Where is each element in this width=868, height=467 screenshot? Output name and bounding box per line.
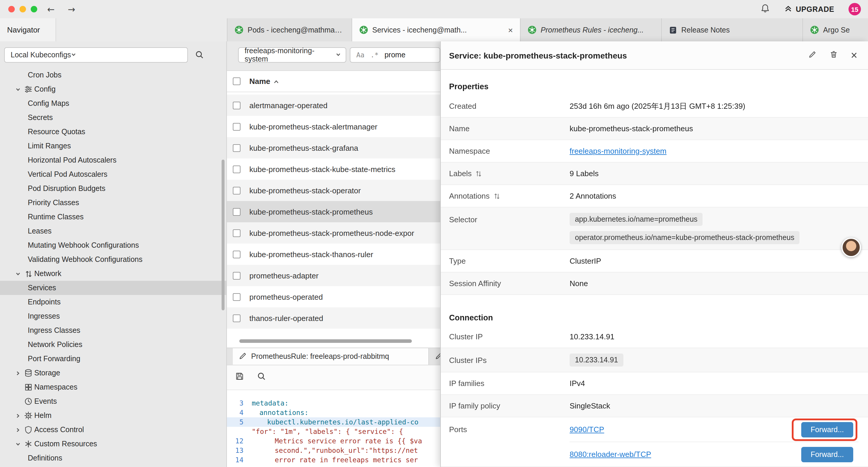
detail-row-session-affinity: Session AffinityNone: [441, 272, 868, 295]
horizontal-scrollbar-thumb[interactable]: [239, 339, 412, 343]
editor-tab-release-notes[interactable]: Release Notes: [662, 18, 803, 41]
sidebar-item-ingresses[interactable]: Ingresses: [0, 309, 227, 323]
table-row-kube-prometheus-stack-kube-state-metrics[interactable]: kube-prometheus-stack-kube-state-metrics: [227, 158, 440, 180]
row-checkbox[interactable]: [233, 293, 241, 300]
editor-search-icon[interactable]: [257, 372, 266, 383]
table-row-kube-prometheus-stack-prometheus-node-expor[interactable]: kube-prometheus-stack-prometheus-node-ex…: [227, 222, 440, 243]
port-link[interactable]: 9090/TCP: [569, 425, 604, 434]
sidebar-item-storage[interactable]: Storage: [0, 366, 227, 380]
sidebar-item-definitions[interactable]: Definitions: [0, 451, 227, 465]
sidebar-item-services[interactable]: Services: [0, 281, 227, 295]
chevron-right-icon[interactable]: [13, 370, 23, 376]
sidebar-item-namespaces[interactable]: Namespaces: [0, 380, 227, 394]
dock-tab-prometheusrule[interactable]: PrometheusRule: freeleaps-prod-rabbitmq: [233, 348, 429, 365]
row-checkbox[interactable]: [233, 229, 241, 237]
select-all-checkbox[interactable]: [233, 78, 241, 85]
sidebar-search-icon[interactable]: [195, 50, 204, 61]
sidebar-item-network-policies[interactable]: Network Policies: [0, 338, 227, 352]
close-drawer-button[interactable]: ×: [851, 50, 857, 61]
sidebar-item-endpoints[interactable]: Endpoints: [0, 295, 227, 309]
chevron-right-icon[interactable]: [13, 413, 23, 418]
dock-tab-partial[interactable]: [429, 348, 440, 365]
sidebar-item-events[interactable]: Events: [0, 394, 227, 408]
editor-tab-pods-icecheng-mathmas[interactable]: Pods - icecheng@mathmas...: [227, 18, 352, 41]
editor-tab-argo-se[interactable]: Argo Se: [803, 18, 868, 41]
assistant-avatar[interactable]: [841, 238, 861, 257]
regex-toggle[interactable]: .*: [370, 51, 379, 59]
upgrade-button[interactable]: UPGRADE: [784, 4, 834, 14]
horizontal-scrollbar[interactable]: [227, 339, 440, 344]
sidebar-item-helm[interactable]: Helm: [0, 408, 227, 423]
zoom-window-button[interactable]: [31, 6, 37, 12]
sidebar-item-cron-jobs[interactable]: Cron Jobs: [0, 68, 227, 82]
sidebar-item-mutating-webhook-configurations[interactable]: Mutating Webhook Configurations: [0, 238, 227, 253]
sidebar-item-custom-resources[interactable]: Custom Resources: [0, 437, 227, 451]
notification-count-badge[interactable]: 15: [848, 3, 861, 16]
row-checkbox[interactable]: [233, 314, 241, 322]
sidebar-item-access-control[interactable]: Access Control: [0, 423, 227, 437]
row-checkbox[interactable]: [233, 101, 241, 109]
notifications-bell-icon[interactable]: [760, 3, 770, 15]
sidebar-scrollbar[interactable]: [222, 159, 224, 310]
chevron-down-icon[interactable]: [13, 87, 23, 92]
sidebar-item-pod-disruption-budgets[interactable]: Pod Disruption Budgets: [0, 181, 227, 196]
namespace-selector[interactable]: freeleaps-monitoring-system: [238, 47, 346, 63]
row-checkbox[interactable]: [233, 250, 241, 258]
delete-button[interactable]: [830, 50, 838, 61]
row-checkbox[interactable]: [233, 208, 241, 215]
table-row-kube-prometheus-stack-grafana[interactable]: kube-prometheus-stack-grafana: [227, 137, 440, 158]
sidebar-item-ingress-classes[interactable]: Ingress Classes: [0, 323, 227, 338]
editor-tab-prometheus-rules-icecheng[interactable]: Prometheus Rules - icecheng...: [521, 18, 662, 41]
name-column-header[interactable]: Name: [249, 77, 279, 86]
sidebar-item-limit-ranges[interactable]: Limit Ranges: [0, 139, 227, 153]
sort-icon[interactable]: [494, 193, 500, 200]
row-checkbox[interactable]: [233, 144, 241, 152]
chevron-down-icon[interactable]: [13, 441, 23, 447]
kubeconfig-selector[interactable]: Local Kubeconfigs: [4, 47, 188, 63]
port-link[interactable]: 8080:reloader-web/TCP: [569, 450, 651, 459]
table-row-kube-prometheus-stack-alertmanager[interactable]: kube-prometheus-stack-alertmanager: [227, 116, 440, 137]
row-checkbox[interactable]: [233, 123, 241, 130]
table-row-thanos-ruler-operated[interactable]: thanos-ruler-operated: [227, 308, 440, 329]
save-icon[interactable]: [235, 372, 244, 383]
chevron-down-icon[interactable]: [13, 271, 23, 276]
row-checkbox[interactable]: [233, 165, 241, 173]
table-row-kube-prometheus-stack-operator[interactable]: kube-prometheus-stack-operator: [227, 180, 440, 201]
row-checkbox[interactable]: [233, 272, 241, 279]
sidebar-item-leases[interactable]: Leases: [0, 224, 227, 238]
sidebar-item-label: Access Control: [34, 426, 84, 434]
sidebar-item-priority-classes[interactable]: Priority Classes: [0, 196, 227, 210]
table-search-input[interactable]: Aa .* prome: [350, 47, 440, 63]
sort-icon[interactable]: [476, 170, 482, 177]
yaml-editor[interactable]: 3metadata:4annotations:5kubectl.kubernet…: [227, 399, 440, 465]
back-button[interactable]: ←: [47, 4, 55, 14]
chevron-right-icon[interactable]: [13, 427, 23, 432]
namespace-link[interactable]: freeleaps-monitoring-system: [569, 147, 666, 155]
table-row-prometheus-operated[interactable]: prometheus-operated: [227, 286, 440, 308]
table-row-prometheus-adapter[interactable]: prometheus-adapter: [227, 265, 440, 286]
sidebar-item-network[interactable]: Network: [0, 267, 227, 281]
minimize-window-button[interactable]: [20, 6, 26, 12]
sidebar-item-validating-webhook-configurations[interactable]: Validating Webhook Configurations: [0, 253, 227, 267]
table-row-kube-prometheus-stack-prometheus[interactable]: kube-prometheus-stack-prometheus: [227, 201, 440, 222]
sidebar-item-config[interactable]: Config: [0, 82, 227, 96]
close-window-button[interactable]: [8, 6, 15, 12]
row-checkbox[interactable]: [233, 186, 241, 194]
table-row-alertmanager-operated[interactable]: alertmanager-operated: [227, 95, 440, 116]
sidebar-item-runtime-classes[interactable]: Runtime Classes: [0, 210, 227, 224]
code-line: 14error rate in freeleaps metrics ser: [227, 455, 440, 465]
sidebar-item-port-forwarding[interactable]: Port Forwarding: [0, 352, 227, 366]
sidebar-item-config-maps[interactable]: Config Maps: [0, 96, 227, 111]
forward-port-button[interactable]: Forward...: [801, 447, 853, 462]
forward-port-button[interactable]: Forward...: [801, 422, 853, 437]
close-tab-icon[interactable]: ×: [503, 26, 513, 34]
edit-button[interactable]: [808, 50, 816, 61]
sidebar-item-resource-quotas[interactable]: Resource Quotas: [0, 125, 227, 139]
sidebar-item-vertical-pod-autoscalers[interactable]: Vertical Pod Autoscalers: [0, 167, 227, 181]
forward-button[interactable]: →: [68, 4, 75, 14]
editor-tab-services-icecheng-math[interactable]: Services - icecheng@math...×: [352, 18, 521, 41]
match-case-toggle[interactable]: Aa: [356, 51, 365, 59]
sidebar-item-secrets[interactable]: Secrets: [0, 111, 227, 125]
table-row-kube-prometheus-stack-thanos-ruler[interactable]: kube-prometheus-stack-thanos-ruler: [227, 243, 440, 265]
sidebar-item-horizontal-pod-autoscalers[interactable]: Horizontal Pod Autoscalers: [0, 153, 227, 167]
